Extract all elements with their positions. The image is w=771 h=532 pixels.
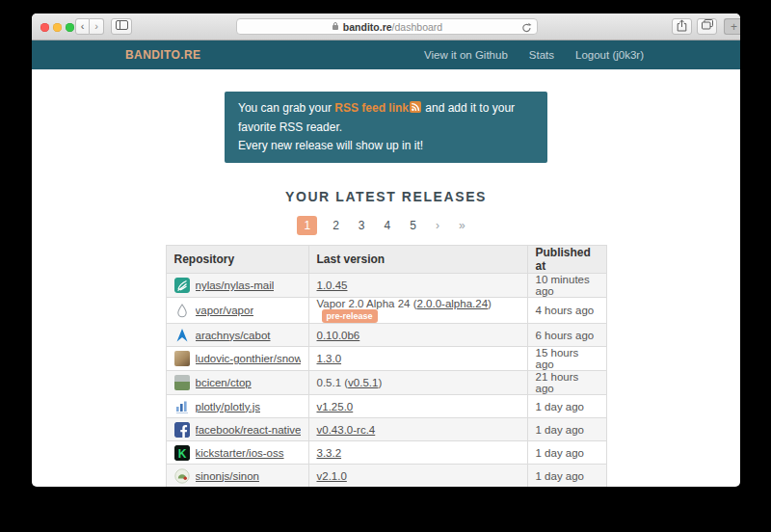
nav-link-logout[interactable]: Logout (j0k3r): [575, 49, 644, 61]
published-at: 21 hours ago: [527, 371, 606, 395]
back-button[interactable]: ‹: [75, 18, 90, 35]
published-at: 4 hours ago: [527, 298, 606, 324]
site-navbar: BANDITO.RE View it on Github Stats Logou…: [32, 40, 740, 69]
rss-info-line1: You can grab your RSS feed link and add …: [238, 99, 534, 137]
table-row: ludovic-gonthier/snowshoe 1.3.0 15 hours…: [166, 347, 606, 371]
published-at: 1 day ago: [527, 441, 606, 465]
sidebar-icon: [116, 20, 128, 32]
prerelease-badge: pre-release: [322, 309, 378, 323]
table-row: nylas/nylas-mail 1.0.45 10 minutes ago: [166, 274, 606, 298]
address-bar[interactable]: bandito.re/dashboard: [236, 18, 538, 35]
svg-text:K: K: [177, 446, 186, 460]
tab-overview-button[interactable]: [697, 18, 717, 35]
published-at: 15 hours ago: [527, 347, 606, 371]
table-row: Kkickstarter/ios-oss 3.3.2 1 day ago: [166, 441, 606, 465]
version-text: 0.5.1 (: [317, 377, 349, 388]
table-header-row: Repository Last version Published at: [166, 246, 606, 274]
version-link[interactable]: v0.5.1: [348, 377, 378, 388]
version-link[interactable]: v0.43.0-rc.4: [317, 424, 376, 436]
published-at: 6 hours ago: [527, 324, 606, 347]
version-text: Vapor 2.0 Alpha 24 (: [317, 298, 417, 309]
repo-link[interactable]: nylas/nylas-mail: [196, 279, 275, 291]
forward-button[interactable]: ›: [90, 18, 104, 35]
table-row: vapor/vapor Vapor 2.0 Alpha 24 (2.0.0-al…: [166, 298, 606, 324]
kickstarter-icon: K: [174, 445, 190, 461]
minimize-window-button[interactable]: [53, 23, 62, 32]
repo-link[interactable]: facebook/react-native: [196, 424, 301, 436]
published-at: 1 day ago: [527, 395, 606, 418]
plotly-icon: [174, 399, 190, 414]
nav-link-github[interactable]: View it on Github: [424, 49, 508, 61]
traffic-lights: [40, 23, 74, 32]
published-at: 1 day ago: [527, 465, 606, 488]
url-path: /dashboard: [392, 21, 443, 33]
share-icon: [677, 22, 687, 34]
new-tab-button[interactable]: +: [724, 18, 740, 35]
close-window-button[interactable]: [40, 23, 49, 32]
table-row: plotly/plotly.js v1.25.0 1 day ago: [166, 395, 606, 418]
nav-link-stats[interactable]: Stats: [529, 49, 554, 61]
table-row: sinonjs/sinon v2.1.0 1 day ago: [166, 465, 606, 488]
table-row: arachnys/cabot 0.10.0b6 6 hours ago: [166, 324, 606, 347]
version-text: ): [488, 298, 492, 309]
share-button[interactable]: [672, 18, 692, 35]
facebook-icon: [174, 422, 190, 438]
rss-feed-link[interactable]: RSS feed link: [334, 101, 409, 115]
page-next-icon[interactable]: ›: [426, 216, 449, 235]
published-at: 1 day ago: [527, 418, 606, 441]
browser-toolbar: ‹ › bandito.re/dashboard: [32, 13, 740, 40]
repo-link[interactable]: arachnys/cabot: [196, 330, 271, 341]
col-header-repository: Repository: [166, 246, 308, 274]
nylas-icon: [174, 278, 190, 293]
brand-link[interactable]: BANDITO.RE: [125, 48, 200, 62]
page-last-icon[interactable]: »: [449, 216, 475, 235]
zoom-window-button[interactable]: [66, 23, 74, 32]
table-row: facebook/react-native v0.43.0-rc.4 1 day…: [166, 418, 606, 441]
page-title: YOUR LATEST RELEASES: [32, 189, 740, 204]
page-2[interactable]: 2: [323, 216, 349, 235]
repo-link[interactable]: sinonjs/sinon: [196, 470, 259, 482]
reload-button[interactable]: [521, 22, 532, 36]
tabs-icon: [702, 20, 713, 32]
col-header-last-version: Last version: [308, 246, 527, 274]
version-link[interactable]: 1.3.0: [317, 353, 342, 364]
table-row: bcicen/ctop 0.5.1 (v0.5.1) 21 hours ago: [166, 371, 606, 395]
version-link[interactable]: v1.25.0: [317, 401, 354, 412]
col-header-published-at: Published at: [527, 246, 606, 274]
lock-icon: [332, 21, 339, 33]
version-link[interactable]: 1.0.45: [317, 279, 348, 291]
published-at: 10 minutes ago: [527, 274, 606, 298]
pagination: 1 2 3 4 5 › »: [32, 216, 740, 235]
url-domain: bandito.re: [343, 21, 392, 33]
snowshoe-icon: [174, 351, 190, 366]
vapor-icon: [174, 303, 190, 318]
ctop-icon: [174, 375, 190, 390]
page-1-active[interactable]: 1: [297, 216, 317, 235]
rss-icon[interactable]: [410, 100, 421, 119]
version-link[interactable]: 0.10.0b6: [317, 330, 360, 341]
page-4[interactable]: 4: [375, 216, 401, 235]
sidebar-button[interactable]: [111, 18, 132, 35]
version-link[interactable]: v2.1.0: [317, 470, 347, 482]
rss-info-line2: Every new release will show up in it!: [238, 137, 534, 155]
version-link[interactable]: 2.0.0-alpha.24: [417, 298, 489, 309]
cabot-icon: [174, 328, 190, 343]
repo-link[interactable]: bcicen/ctop: [196, 377, 252, 388]
version-link[interactable]: 3.3.2: [317, 447, 342, 459]
rss-info-box: You can grab your RSS feed link and add …: [225, 92, 547, 163]
version-text: ): [378, 377, 382, 388]
repo-link[interactable]: vapor/vapor: [196, 305, 254, 316]
page-3[interactable]: 3: [349, 216, 375, 235]
releases-table: Repository Last version Published at nyl…: [166, 245, 607, 487]
sinon-icon: [174, 468, 190, 484]
repo-link[interactable]: kickstarter/ios-oss: [196, 447, 284, 459]
browser-window: ‹ › bandito.re/dashboard: [32, 13, 740, 487]
repo-link[interactable]: plotly/plotly.js: [196, 401, 261, 412]
repo-link[interactable]: ludovic-gonthier/snowshoe: [196, 353, 301, 364]
page-5[interactable]: 5: [400, 216, 426, 235]
